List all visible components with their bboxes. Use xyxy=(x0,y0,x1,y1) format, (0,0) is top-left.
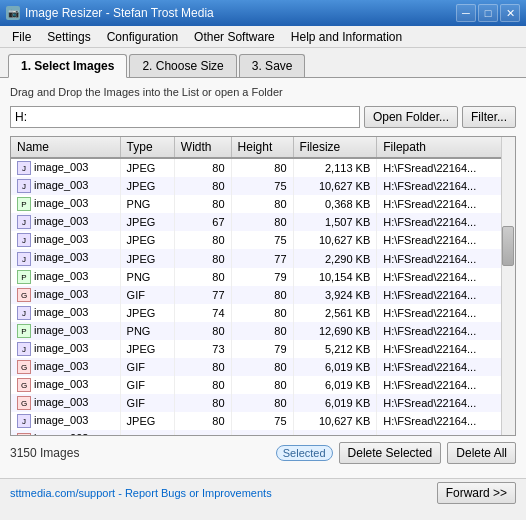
menu-item-help-and-information[interactable]: Help and Information xyxy=(283,28,410,45)
cell-size: 6,019 KB xyxy=(293,394,377,412)
app-icon: 📷 xyxy=(6,6,20,20)
table-row[interactable]: Gimage_003 GIF 80 80 6,019 KB H:\FSread\… xyxy=(11,376,515,394)
minimize-button[interactable]: ─ xyxy=(456,4,476,22)
cell-type: JPEG xyxy=(120,412,174,430)
menu-item-settings[interactable]: Settings xyxy=(39,28,98,45)
col-filesize: Filesize xyxy=(293,137,377,158)
cell-height: 77 xyxy=(231,249,293,267)
file-type-icon: J xyxy=(17,306,31,320)
tab-2[interactable]: 2. Choose Size xyxy=(129,54,236,77)
table-row[interactable]: Pimage_003 PNG 80 79 10,154 KB H:\FSread… xyxy=(11,268,515,286)
cell-size: 6,019 KB xyxy=(293,376,377,394)
table-row[interactable]: Jimage_003 JPEG 80 75 10,627 KB H:\FSrea… xyxy=(11,231,515,249)
cell-height: 80 xyxy=(231,376,293,394)
menu-item-other-software[interactable]: Other Software xyxy=(186,28,283,45)
cell-name: Gimage_003 xyxy=(11,430,120,435)
cell-size: 2,290 KB xyxy=(293,249,377,267)
cell-type: JPEG xyxy=(120,249,174,267)
cell-path: H:\FSread\22164... xyxy=(377,340,515,358)
cell-size: 10,627 KB xyxy=(293,412,377,430)
selected-badge: Selected xyxy=(276,445,333,461)
table-row[interactable]: Gimage_003 GIF 80 80 6,019 KB H:\FSread\… xyxy=(11,358,515,376)
cell-name: Jimage_003 xyxy=(11,249,120,267)
table-row[interactable]: Gimage_003 GIF 80 80 6,019 KB H:\FSread\… xyxy=(11,394,515,412)
cell-path: H:\FSread\22164... xyxy=(377,376,515,394)
cell-path: H:\FSread\22164... xyxy=(377,412,515,430)
cell-height: 80 xyxy=(231,213,293,231)
file-type-icon: G xyxy=(17,396,31,410)
table-row[interactable]: Jimage_003 JPEG 80 75 10,627 KB H:\FSrea… xyxy=(11,412,515,430)
table-row[interactable]: Jimage_003 JPEG 80 77 2,290 KB H:\FSread… xyxy=(11,249,515,267)
menu-item-file[interactable]: File xyxy=(4,28,39,45)
cell-type: JPEG xyxy=(120,304,174,322)
filter-button[interactable]: Filter... xyxy=(462,106,516,128)
cell-name: Jimage_003 xyxy=(11,412,120,430)
cell-height: 80 xyxy=(231,195,293,213)
forward-button[interactable]: Forward >> xyxy=(437,482,516,504)
table-row[interactable]: Gimage_003 GIF 80 68 3,951 KB H:\FSread\… xyxy=(11,430,515,435)
cell-name: Gimage_003 xyxy=(11,286,120,304)
cell-path: H:\FSread\22164... xyxy=(377,249,515,267)
table-row[interactable]: Jimage_003 JPEG 67 80 1,507 KB H:\FSread… xyxy=(11,213,515,231)
col-height: Height xyxy=(231,137,293,158)
table-row[interactable]: Jimage_003 JPEG 74 80 2,561 KB H:\FSread… xyxy=(11,304,515,322)
bottom-bar: 3150 Images Selected Delete Selected Del… xyxy=(10,436,516,470)
col-width: Width xyxy=(174,137,231,158)
menu-item-configuration[interactable]: Configuration xyxy=(99,28,186,45)
cell-height: 80 xyxy=(231,286,293,304)
file-type-icon: J xyxy=(17,342,31,356)
cell-type: JPEG xyxy=(120,231,174,249)
cell-width: 80 xyxy=(174,231,231,249)
file-type-icon: G xyxy=(17,433,31,436)
table-row[interactable]: Jimage_003 JPEG 80 75 10,627 KB H:\FSrea… xyxy=(11,177,515,195)
cell-size: 3,951 KB xyxy=(293,430,377,435)
delete-selected-button[interactable]: Delete Selected xyxy=(339,442,442,464)
cell-type: GIF xyxy=(120,376,174,394)
table-row[interactable]: Jimage_003 JPEG 73 79 5,212 KB H:\FSread… xyxy=(11,340,515,358)
table-row[interactable]: Gimage_003 GIF 77 80 3,924 KB H:\FSread\… xyxy=(11,286,515,304)
delete-all-button[interactable]: Delete All xyxy=(447,442,516,464)
cell-width: 80 xyxy=(174,358,231,376)
open-folder-button[interactable]: Open Folder... xyxy=(364,106,458,128)
scrollbar-thumb[interactable] xyxy=(502,226,514,266)
cell-name: Jimage_003 xyxy=(11,177,120,195)
cell-path: H:\FSread\22164... xyxy=(377,430,515,435)
cell-height: 79 xyxy=(231,340,293,358)
cell-size: 10,154 KB xyxy=(293,268,377,286)
maximize-button[interactable]: □ xyxy=(478,4,498,22)
table-scroll[interactable]: Name Type Width Height Filesize Filepath… xyxy=(11,137,515,435)
table-row[interactable]: Jimage_003 JPEG 80 80 2,113 KB H:\FSread… xyxy=(11,158,515,177)
file-type-icon: P xyxy=(17,270,31,284)
cell-height: 75 xyxy=(231,412,293,430)
file-type-icon: P xyxy=(17,324,31,338)
cell-width: 80 xyxy=(174,158,231,177)
file-type-icon: J xyxy=(17,252,31,266)
close-button[interactable]: ✕ xyxy=(500,4,520,22)
tabs-bar: 1. Select Images2. Choose Size3. Save xyxy=(0,48,526,78)
file-type-icon: P xyxy=(17,197,31,211)
cell-width: 80 xyxy=(174,430,231,435)
cell-path: H:\FSread\22164... xyxy=(377,394,515,412)
cell-path: H:\FSread\22164... xyxy=(377,177,515,195)
cell-size: 2,561 KB xyxy=(293,304,377,322)
cell-width: 77 xyxy=(174,286,231,304)
table-row[interactable]: Pimage_003 PNG 80 80 0,368 KB H:\FSread\… xyxy=(11,195,515,213)
cell-path: H:\FSread\22164... xyxy=(377,358,515,376)
status-link[interactable]: sttmedia.com/support - Report Bugs or Im… xyxy=(10,487,272,499)
cell-width: 74 xyxy=(174,304,231,322)
tab-1[interactable]: 1. Select Images xyxy=(8,54,127,78)
file-type-icon: G xyxy=(17,360,31,374)
cell-size: 10,627 KB xyxy=(293,177,377,195)
file-type-icon: J xyxy=(17,233,31,247)
path-input[interactable] xyxy=(10,106,360,128)
file-type-icon: G xyxy=(17,378,31,392)
tab-3[interactable]: 3. Save xyxy=(239,54,306,77)
cell-path: H:\FSread\22164... xyxy=(377,158,515,177)
window-title: Image Resizer - Stefan Trost Media xyxy=(25,6,214,20)
cell-size: 12,690 KB xyxy=(293,322,377,340)
cell-size: 3,924 KB xyxy=(293,286,377,304)
scrollbar-track[interactable] xyxy=(501,137,515,435)
cell-name: Pimage_003 xyxy=(11,322,120,340)
cell-size: 1,507 KB xyxy=(293,213,377,231)
table-row[interactable]: Pimage_003 PNG 80 80 12,690 KB H:\FSread… xyxy=(11,322,515,340)
